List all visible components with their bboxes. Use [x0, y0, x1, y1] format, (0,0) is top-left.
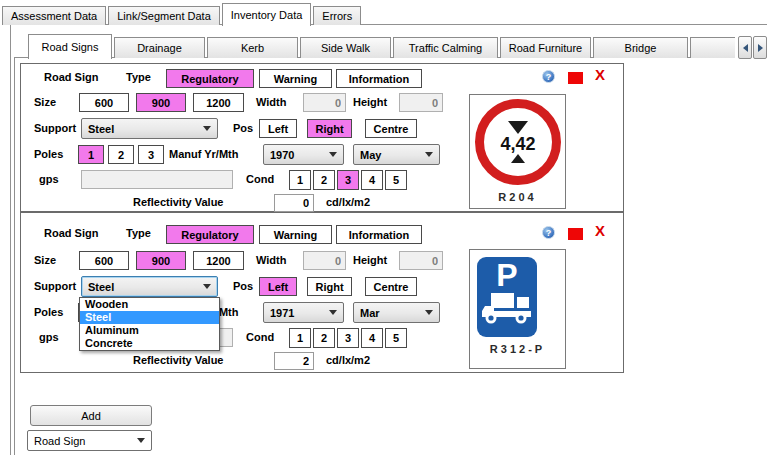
- sign-code-label: R204: [470, 191, 565, 203]
- reflectivity-unit-label: cd/lx/m2: [326, 354, 370, 366]
- sign-image-r204: 4,42 R204: [469, 94, 566, 209]
- delete-record-icon[interactable]: X: [595, 67, 605, 82]
- tab-scroll-left-icon[interactable]: [738, 36, 752, 59]
- pos-right-button[interactable]: Right: [307, 119, 352, 138]
- panel-title: Road Sign: [44, 71, 98, 83]
- tab-road-furniture[interactable]: Road Furniture: [500, 37, 591, 58]
- manuf-month-dropdown[interactable]: May: [353, 144, 440, 165]
- type-regulatory-button[interactable]: Regulatory: [166, 69, 254, 88]
- reflectivity-field[interactable]: [274, 352, 314, 370]
- pos-left-button[interactable]: Left: [259, 119, 297, 138]
- size-900-button[interactable]: 900: [136, 251, 186, 270]
- cond-5-button[interactable]: 5: [385, 170, 407, 190]
- cond-4-button[interactable]: 4: [361, 170, 383, 190]
- gps-label: gps: [39, 331, 59, 343]
- cond-2-button[interactable]: 2: [313, 170, 335, 190]
- height-limit-sign-icon: 4,42: [475, 99, 561, 185]
- tab-drainage[interactable]: Drainage: [114, 37, 205, 58]
- truck-icon: [479, 292, 535, 326]
- height-label: Height: [353, 96, 387, 108]
- sign-image-r312p: P R312-P: [469, 249, 566, 369]
- type-warning-button[interactable]: Warning: [259, 225, 332, 244]
- size-1200-button[interactable]: 1200: [193, 251, 244, 270]
- width-field: [303, 251, 346, 270]
- tab-bridge[interactable]: Bridge: [593, 37, 688, 58]
- type-information-button[interactable]: Information: [336, 225, 422, 244]
- support-dropdown[interactable]: Steel: [81, 276, 218, 297]
- delete-record-icon[interactable]: X: [595, 223, 605, 238]
- poles-2-button[interactable]: 2: [108, 145, 134, 164]
- poles-label: Poles: [34, 306, 63, 318]
- manuf-year-dropdown[interactable]: 1970: [263, 144, 344, 165]
- cond-2-button[interactable]: 2: [313, 328, 335, 348]
- cond-4-button[interactable]: 4: [361, 328, 383, 348]
- height-field: [399, 93, 443, 112]
- reflectivity-field[interactable]: [274, 194, 314, 212]
- tab-road-signs[interactable]: Road Signs: [28, 34, 112, 59]
- cond-1-button[interactable]: 1: [289, 328, 311, 348]
- support-option-wooden[interactable]: Wooden: [80, 298, 219, 311]
- support-dropdown[interactable]: Steel: [81, 118, 218, 139]
- size-1200-button[interactable]: 1200: [193, 93, 244, 112]
- reflectivity-label: Reflectivity Value: [133, 196, 224, 208]
- chevron-down-icon: [137, 438, 145, 443]
- help-icon[interactable]: ?: [542, 226, 555, 239]
- tab-link-segment-data[interactable]: Link/Segment Data: [108, 6, 220, 25]
- poles-1-button[interactable]: 1: [78, 145, 104, 164]
- save-record-icon[interactable]: [568, 72, 583, 84]
- panel-title: Road Sign: [44, 227, 98, 239]
- size-900-button[interactable]: 900: [136, 93, 186, 112]
- type-warning-button[interactable]: Warning: [259, 69, 332, 88]
- cond-1-button[interactable]: 1: [289, 170, 311, 190]
- width-label: Width: [256, 96, 286, 108]
- cond-5-button[interactable]: 5: [385, 328, 407, 348]
- size-600-button[interactable]: 600: [79, 93, 129, 112]
- width-field: [303, 93, 346, 112]
- tab-traffic-calming[interactable]: Traffic Calming: [393, 37, 498, 58]
- pos-label: Pos: [233, 280, 253, 292]
- tab-errors[interactable]: Errors: [313, 6, 361, 25]
- pos-right-button[interactable]: Right: [307, 277, 352, 296]
- height-label: Height: [353, 254, 387, 266]
- cond-3-button[interactable]: 3: [337, 170, 359, 190]
- tab-assessment-data[interactable]: Assessment Data: [2, 6, 106, 25]
- pos-centre-button[interactable]: Centre: [365, 119, 417, 138]
- size-600-button[interactable]: 600: [79, 251, 129, 270]
- cond-label: Cond: [246, 173, 274, 185]
- cond-label: Cond: [246, 331, 274, 343]
- truck-parking-sign-icon: P: [477, 257, 537, 337]
- type-information-button[interactable]: Information: [336, 69, 422, 88]
- tab-side-walk[interactable]: Side Walk: [300, 37, 391, 58]
- support-option-steel[interactable]: Steel: [80, 311, 219, 324]
- item-type-selector[interactable]: Road Sign: [27, 430, 152, 451]
- pos-left-button[interactable]: Left: [259, 277, 297, 296]
- tab-scroll-right-icon[interactable]: [753, 36, 767, 59]
- support-option-concrete[interactable]: Concrete: [80, 337, 219, 350]
- chevron-down-icon: [329, 152, 337, 157]
- poles-label: Poles: [34, 148, 63, 160]
- manuf-year-dropdown[interactable]: 1971: [263, 302, 344, 323]
- size-label: Size: [34, 254, 56, 266]
- cond-3-button[interactable]: 3: [337, 328, 359, 348]
- chevron-down-icon: [203, 284, 211, 289]
- poles-3-button[interactable]: 3: [138, 145, 164, 164]
- width-label: Width: [256, 254, 286, 266]
- pos-centre-button[interactable]: Centre: [365, 277, 417, 296]
- support-option-aluminum[interactable]: Aluminum: [80, 324, 219, 337]
- save-record-icon[interactable]: [568, 228, 583, 240]
- tab-scroll-buttons: [735, 36, 767, 58]
- top-tab-strip: Assessment Data Link/Segment Data Invent…: [2, 2, 363, 25]
- sign-code-label: R312-P: [470, 343, 565, 355]
- tab-kerb[interactable]: Kerb: [207, 37, 298, 58]
- add-button[interactable]: Add: [30, 405, 152, 426]
- support-dropdown-list: Wooden Steel Aluminum Concrete: [79, 297, 220, 351]
- pos-label: Pos: [233, 122, 253, 134]
- support-label: Support: [34, 122, 76, 134]
- road-sign-panel-2: Road Sign Type Regulatory Warning Inform…: [20, 212, 624, 373]
- help-icon[interactable]: ?: [542, 70, 555, 83]
- type-label: Type: [126, 227, 151, 239]
- tab-inventory-data[interactable]: Inventory Data: [222, 3, 312, 26]
- type-regulatory-button[interactable]: Regulatory: [166, 225, 254, 244]
- manuf-month-dropdown[interactable]: Mar: [353, 302, 440, 323]
- support-label: Support: [34, 280, 76, 292]
